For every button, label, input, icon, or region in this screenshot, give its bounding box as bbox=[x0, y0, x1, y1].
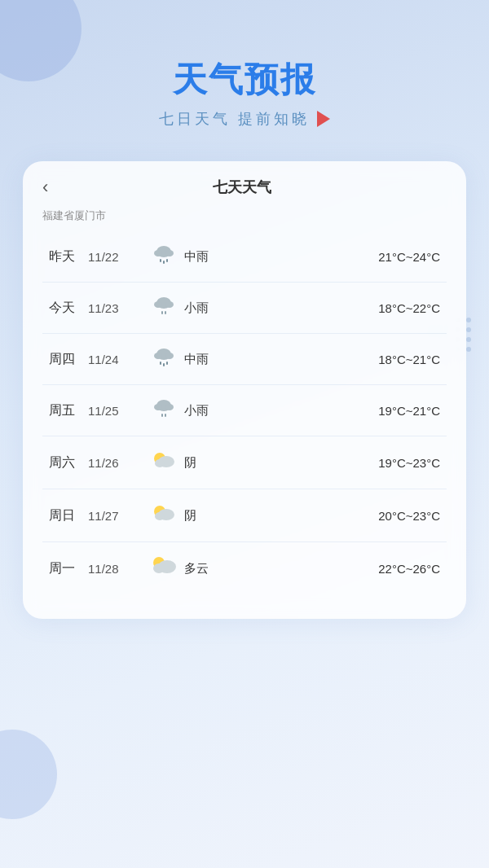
svg-point-27 bbox=[155, 512, 165, 520]
weather-icon bbox=[143, 448, 184, 477]
weather-icon bbox=[143, 397, 184, 424]
weather-list: 昨天 11/22 中雨 21°C~24°C 今天 11/23 小雨 18°C~2… bbox=[42, 231, 447, 594]
weather-temperature: 19°C~21°C bbox=[225, 404, 440, 418]
day-name: 周五 bbox=[49, 402, 88, 419]
svg-rect-4 bbox=[163, 261, 165, 264]
card-title: 七天天气 bbox=[61, 178, 447, 197]
table-row: 周日 11/27 阴 20°C~23°C bbox=[42, 489, 447, 542]
weather-icon bbox=[143, 501, 184, 530]
decorative-blob-bottom bbox=[0, 730, 57, 819]
svg-rect-9 bbox=[161, 311, 163, 314]
weather-icon bbox=[143, 294, 184, 322]
app-header: 天气预报 七日天气 提前知晓 bbox=[0, 0, 489, 129]
table-row: 周四 11/24 中雨 18°C~21°C bbox=[42, 334, 447, 385]
svg-rect-3 bbox=[160, 259, 161, 262]
day-date: 11/22 bbox=[88, 250, 143, 264]
weather-icon bbox=[143, 554, 184, 583]
day-date: 11/25 bbox=[88, 404, 143, 418]
svg-point-18 bbox=[154, 404, 162, 410]
weather-card: ‹ 七天天气 福建省厦门市 昨天 11/22 中雨 21°C~24°C 今天 1… bbox=[23, 161, 466, 619]
svg-point-19 bbox=[165, 404, 174, 410]
day-date: 11/27 bbox=[88, 509, 143, 523]
weather-description: 阴 bbox=[184, 455, 225, 471]
svg-point-24 bbox=[155, 459, 165, 467]
svg-rect-5 bbox=[166, 259, 168, 262]
svg-point-7 bbox=[154, 301, 162, 308]
table-row: 昨天 11/22 中雨 21°C~24°C bbox=[42, 231, 447, 283]
day-date: 11/23 bbox=[88, 301, 143, 315]
svg-point-30 bbox=[153, 563, 165, 573]
day-name: 周四 bbox=[49, 351, 88, 368]
svg-rect-16 bbox=[166, 362, 168, 365]
day-date: 11/28 bbox=[88, 562, 143, 576]
app-title: 天气预报 bbox=[0, 57, 489, 103]
day-name: 今天 bbox=[49, 300, 88, 317]
location-text: 福建省厦门市 bbox=[42, 208, 447, 223]
svg-rect-21 bbox=[165, 414, 166, 417]
subtitle-text: 七日天气 提前知晓 bbox=[159, 109, 310, 129]
weather-description: 小雨 bbox=[184, 403, 225, 419]
weather-temperature: 20°C~23°C bbox=[225, 509, 440, 523]
weather-temperature: 18°C~22°C bbox=[225, 301, 440, 315]
svg-rect-14 bbox=[160, 362, 161, 365]
table-row: 周六 11/26 阴 19°C~23°C bbox=[42, 436, 447, 489]
weather-icon bbox=[143, 243, 184, 270]
back-button[interactable]: ‹ bbox=[42, 178, 48, 196]
weather-description: 中雨 bbox=[184, 352, 225, 367]
svg-point-8 bbox=[165, 301, 174, 308]
svg-point-1 bbox=[154, 250, 162, 256]
weather-temperature: 21°C~24°C bbox=[225, 250, 440, 264]
weather-description: 多云 bbox=[184, 561, 225, 576]
table-row: 周五 11/25 小雨 19°C~21°C bbox=[42, 385, 447, 436]
svg-point-2 bbox=[165, 250, 174, 256]
weather-description: 中雨 bbox=[184, 249, 225, 265]
svg-rect-10 bbox=[165, 311, 166, 314]
svg-point-13 bbox=[165, 353, 174, 359]
weather-description: 小雨 bbox=[184, 300, 225, 316]
day-name: 周六 bbox=[49, 454, 88, 471]
weather-temperature: 19°C~23°C bbox=[225, 456, 440, 470]
svg-point-12 bbox=[154, 353, 162, 359]
arrow-icon bbox=[317, 111, 330, 127]
app-subtitle: 七日天气 提前知晓 bbox=[0, 109, 489, 129]
day-name: 昨天 bbox=[49, 248, 88, 265]
svg-rect-20 bbox=[161, 414, 163, 417]
weather-description: 阴 bbox=[184, 508, 225, 524]
table-row: 今天 11/23 小雨 18°C~22°C bbox=[42, 283, 447, 334]
card-header: ‹ 七天天气 bbox=[42, 178, 447, 204]
weather-temperature: 22°C~26°C bbox=[225, 562, 440, 576]
weather-icon bbox=[143, 345, 184, 373]
weather-temperature: 18°C~21°C bbox=[225, 353, 440, 366]
svg-rect-15 bbox=[163, 363, 165, 366]
day-date: 11/24 bbox=[88, 353, 143, 366]
table-row: 周一 11/28 多云 22°C~26°C bbox=[42, 542, 447, 594]
day-name: 周日 bbox=[49, 507, 88, 524]
day-date: 11/26 bbox=[88, 456, 143, 470]
day-name: 周一 bbox=[49, 560, 88, 577]
